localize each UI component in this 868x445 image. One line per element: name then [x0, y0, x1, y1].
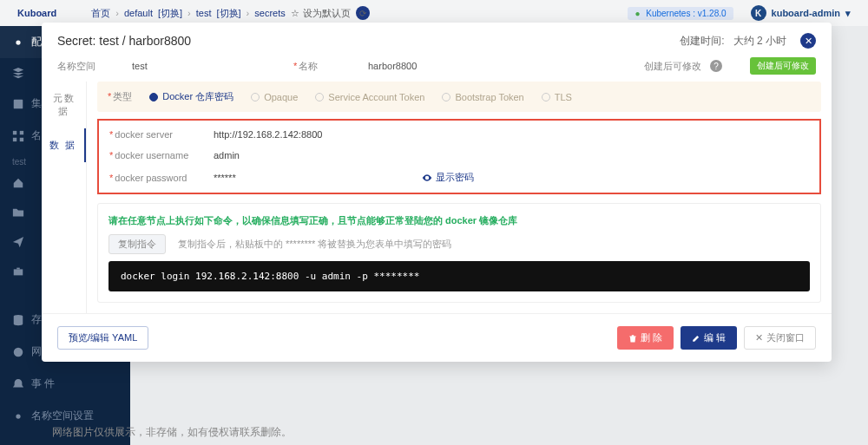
show-password-button[interactable]: 显示密码	[422, 171, 474, 184]
docker-password-label: docker password	[115, 173, 187, 183]
docker-username-value: admin	[214, 150, 387, 160]
docker-username-label: docker username	[115, 150, 188, 160]
help-icon[interactable]: ?	[710, 60, 722, 72]
docker-login-command: docker login 192.168.2.142:8800 -u admin…	[108, 261, 810, 291]
edit-button-label: 编 辑	[704, 331, 726, 344]
docker-password-value: ******	[214, 173, 387, 183]
created-time-label: 创建时间:	[680, 35, 724, 47]
close-button-label: 关闭窗口	[766, 331, 805, 344]
close-window-button[interactable]: ✕ 关闭窗口	[744, 326, 816, 350]
docker-server-label: docker server	[115, 129, 173, 140]
close-icon[interactable]: ✕	[800, 33, 816, 49]
editable-badge: 创建后可修改	[750, 57, 816, 75]
close-icon: ✕	[755, 332, 763, 344]
type-option-label: Service Account Token	[328, 92, 424, 102]
secret-detail-modal: Secret: test / harbor8800 创建时间: 大约 2 小时 …	[42, 23, 832, 362]
vertical-tabs: 元数据 数 据	[42, 82, 87, 313]
docker-server-value: http://192.168.2.142:8800	[214, 129, 387, 140]
trash-icon	[628, 334, 637, 343]
copy-hint: 复制指令后，粘贴板中的 ******** 将被替换为您表单中填写的密码	[178, 238, 451, 251]
tab-data[interactable]: 数 据	[42, 128, 86, 162]
type-option-label: Bootstrap Token	[455, 92, 523, 102]
eye-icon	[422, 173, 432, 183]
pencil-icon	[692, 334, 700, 343]
created-time-value: 大约 2 小时	[733, 35, 786, 47]
type-option-docker[interactable]: Docker 仓库密码	[149, 90, 233, 103]
type-option-bootstrap[interactable]: Bootstrap Token	[442, 92, 523, 102]
tab-metadata[interactable]: 元数据	[42, 82, 86, 128]
instruction-box: 请在任意节点上执行如下命令，以确保信息填写正确，且节点能够正常登陆您的 dock…	[97, 203, 821, 303]
page-footer-note: 网络图片仅供展示，非存储，如有侵权请联系删除。	[52, 425, 292, 440]
created-time: 创建时间: 大约 2 小时	[680, 34, 786, 49]
type-option-label: Docker 仓库密码	[162, 90, 233, 103]
namespace-value: test	[132, 61, 288, 71]
show-password-label: 显示密码	[436, 171, 474, 184]
editable-label: 创建后可修改	[644, 60, 701, 73]
modal-title: Secret: test / harbor8800	[57, 34, 673, 48]
credentials-box: *docker server http://192.168.2.142:8800…	[97, 119, 821, 194]
name-label: *名称	[293, 60, 363, 73]
type-option-sa-token[interactable]: Service Account Token	[315, 92, 424, 102]
type-option-label: Opaque	[264, 92, 298, 102]
instruction-text: 请在任意节点上执行如下命令，以确保信息填写正确，且节点能够正常登陆您的 dock…	[108, 214, 810, 227]
delete-button[interactable]: 删 除	[617, 326, 674, 350]
type-option-tls[interactable]: TLS	[542, 92, 572, 102]
edit-button[interactable]: 编 辑	[681, 326, 737, 350]
yaml-button[interactable]: 预览/编辑 YAML	[57, 326, 148, 350]
type-selector: *类型 Docker 仓库密码 Opaque Service Account T…	[97, 82, 821, 112]
type-option-opaque[interactable]: Opaque	[251, 92, 298, 102]
type-option-label: TLS	[555, 92, 572, 102]
copy-command-button[interactable]: 复制指令	[108, 234, 166, 254]
delete-button-label: 删 除	[641, 331, 662, 344]
type-label: 类型	[113, 91, 132, 101]
name-value: harbor8800	[368, 61, 524, 71]
namespace-label: 名称空间	[57, 60, 127, 73]
